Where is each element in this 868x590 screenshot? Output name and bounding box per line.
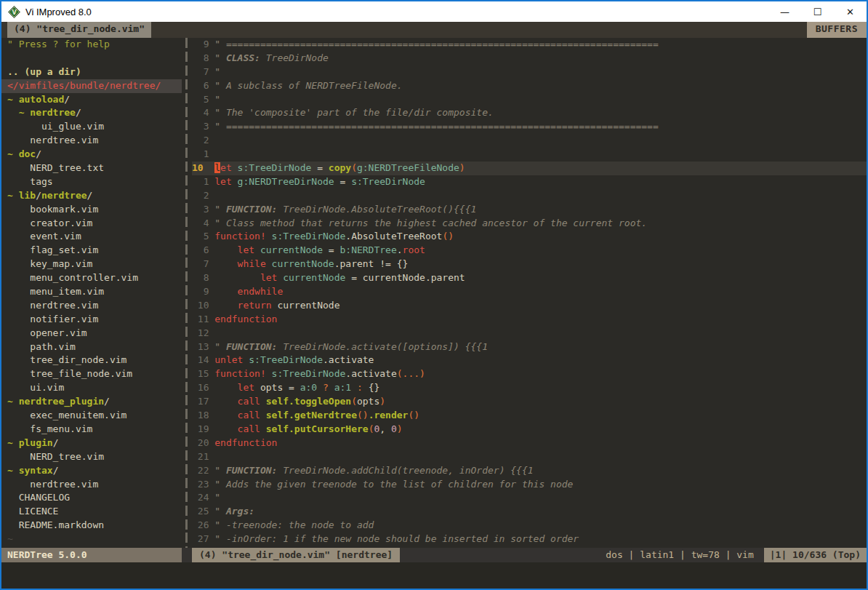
code-line[interactable]: 24" — [192, 491, 867, 505]
close-button[interactable]: ✕ — [834, 1, 867, 22]
code-line[interactable]: 13" FUNCTION: TreeDirNode.activate([opti… — [192, 340, 867, 354]
tree-item[interactable]: NERD_tree.vim — [7, 450, 182, 464]
tree-item[interactable]: opener.vim — [7, 327, 182, 340]
tree-item[interactable]: </vimfiles/bundle/nerdtree/ — [1, 79, 182, 93]
code-line[interactable]: 10let s:TreeDirNode = copy(g:NERDTreeFil… — [192, 162, 867, 175]
line-number: 4 — [192, 106, 209, 120]
tab-line: (4) "tree_dir_node.vim" BUFFERS — [1, 22, 867, 38]
line-number: 22 — [192, 464, 209, 478]
line-number: 16 — [192, 381, 209, 395]
tree-item[interactable]: CHANGELOG — [7, 491, 182, 505]
tree-item[interactable]: ~ — [7, 533, 182, 546]
tree-item[interactable]: menu_controller.vim — [7, 271, 182, 285]
tree-item[interactable]: README.markdown — [7, 519, 182, 533]
code-line[interactable]: 22" FUNCTION: TreeDirNode.addChild(treen… — [192, 464, 867, 478]
code-line[interactable]: 4" The 'composite' part of the file/dir … — [192, 106, 867, 120]
code-line[interactable]: 9" =====================================… — [192, 38, 867, 52]
tree-item[interactable]: nerdtree.vim — [7, 299, 182, 313]
tree-item[interactable]: ~ nerdtree_plugin/ — [7, 395, 182, 409]
tree-item[interactable]: tree_file_node.vim — [7, 367, 182, 381]
line-number: 3 — [192, 203, 209, 217]
buffers-label: BUFFERS — [807, 22, 867, 38]
code-line[interactable]: 2 — [192, 189, 867, 203]
line-number: 6 — [192, 79, 209, 93]
code-line[interactable]: 16 let opts = a:0 ? a:1 : {} — [192, 381, 867, 395]
code-line[interactable]: 4" Class method that returns the highest… — [192, 217, 867, 231]
tree-item[interactable]: flag_set.vim — [7, 244, 182, 258]
tree-item[interactable]: ~ nerdtree/ — [7, 106, 182, 120]
code-area[interactable]: 9" =====================================… — [192, 38, 867, 548]
code-line[interactable]: 7 while currentNode.parent != {} — [192, 258, 867, 271]
tree-item[interactable]: key_map.vim — [7, 258, 182, 271]
code-line[interactable]: 18 call self.getNerdtree().render() — [192, 409, 867, 423]
code-line[interactable]: 14unlet s:TreeDirNode.activate — [192, 354, 867, 367]
nerdtree-panel[interactable]: " Press ? for help.. (up a dir)</vimfile… — [1, 38, 182, 548]
code-line[interactable]: 25" Args: — [192, 505, 867, 519]
window-separator[interactable] — [182, 38, 192, 548]
minimize-button[interactable]: — — [768, 1, 801, 22]
tree-item[interactable]: event.vim — [7, 230, 182, 244]
line-number: 11 — [192, 313, 209, 327]
tree-item[interactable]: path.vim — [7, 340, 182, 354]
code-line[interactable]: 15function! s:TreeDirNode.activate(...) — [192, 367, 867, 381]
code-line[interactable]: 10 return currentNode — [192, 299, 867, 313]
tree-item[interactable] — [7, 52, 182, 65]
tree-item[interactable]: ui.vim — [7, 381, 182, 395]
tree-item[interactable]: .. (up a dir) — [7, 65, 182, 79]
code-line[interactable]: 3" =====================================… — [192, 120, 867, 134]
tree-item[interactable]: ~ syntax/ — [7, 464, 182, 478]
code-line[interactable]: 11endfunction — [192, 313, 867, 327]
code-line[interactable]: 7" — [192, 65, 867, 79]
tree-item[interactable]: ~ lib/nerdtree/ — [7, 189, 182, 203]
tree-item[interactable]: bookmark.vim — [7, 203, 182, 217]
tree-item[interactable]: " Press ? for help — [7, 38, 182, 52]
tree-item[interactable]: tree_dir_node.vim — [7, 354, 182, 367]
line-number: 4 — [192, 217, 209, 231]
tree-item[interactable]: fs_menu.vim — [7, 423, 182, 436]
tree-item[interactable]: NERD_tree.txt — [7, 162, 182, 175]
code-line[interactable]: 1 — [192, 148, 867, 162]
tree-item[interactable]: creator.vim — [7, 217, 182, 231]
tree-item[interactable]: exec_menuitem.vim — [7, 409, 182, 423]
line-number: 18 — [192, 409, 209, 423]
window-title: Vi IMproved 8.0 — [25, 7, 92, 17]
title-bar: V Vi IMproved 8.0 — ☐ ✕ — [1, 1, 867, 22]
statusline-gap — [182, 548, 192, 562]
code-line[interactable]: 21 — [192, 450, 867, 464]
tree-item[interactable]: nerdtree.vim — [7, 134, 182, 148]
code-line[interactable]: 17 call self.toggleOpen(opts) — [192, 395, 867, 409]
line-number: 17 — [192, 395, 209, 409]
code-line[interactable]: 3" FUNCTION: TreeDirNode.AbsoluteTreeRoo… — [192, 203, 867, 217]
maximize-button[interactable]: ☐ — [801, 1, 834, 22]
code-line[interactable]: 19 call self.putCursorHere(0, 0) — [192, 423, 867, 436]
command-line[interactable] — [1, 562, 867, 589]
code-line[interactable]: 27" -inOrder: 1 if the new node should b… — [192, 533, 867, 546]
tree-item[interactable]: LICENCE — [7, 505, 182, 519]
buffer-tab[interactable]: (4) "tree_dir_node.vim" — [7, 22, 151, 38]
code-line[interactable]: 12 — [192, 327, 867, 340]
line-number: 13 — [192, 340, 209, 354]
tree-item[interactable]: menu_item.vim — [7, 285, 182, 299]
tree-item[interactable]: tags — [7, 175, 182, 189]
code-line[interactable]: 23" Adds the given treenode to the list … — [192, 478, 867, 492]
code-line[interactable]: 5" — [192, 93, 867, 107]
code-line[interactable]: 1let g:NERDTreeDirNode = s:TreeDirNode — [192, 175, 867, 189]
code-line[interactable]: 20endfunction — [192, 436, 867, 450]
tree-item[interactable]: nerdtree.vim — [7, 478, 182, 492]
code-line[interactable]: 2 — [192, 134, 867, 148]
code-line[interactable]: 9 endwhile — [192, 285, 867, 299]
code-line[interactable]: 6" A subclass of NERDTreeFileNode. — [192, 79, 867, 93]
code-line[interactable]: 5function! s:TreeDirNode.AbsoluteTreeRoo… — [192, 230, 867, 244]
tree-item[interactable]: ~ doc/ — [7, 148, 182, 162]
tree-item[interactable]: ui_glue.vim — [7, 120, 182, 134]
tree-item[interactable]: ~ autoload/ — [7, 93, 182, 107]
tree-item[interactable]: ~ plugin/ — [7, 436, 182, 450]
line-number: 7 — [192, 65, 209, 79]
code-line[interactable]: 8" CLASS: TreeDirNode — [192, 52, 867, 65]
code-line[interactable]: 6 let currentNode = b:NERDTree.root — [192, 244, 867, 258]
tree-item[interactable]: notifier.vim — [7, 313, 182, 327]
code-line[interactable]: 26" -treenode: the node to add — [192, 519, 867, 533]
code-line[interactable]: 8 let currentNode = currentNode.parent — [192, 271, 867, 285]
line-number: 12 — [192, 327, 209, 340]
line-number: 10 — [192, 162, 209, 175]
